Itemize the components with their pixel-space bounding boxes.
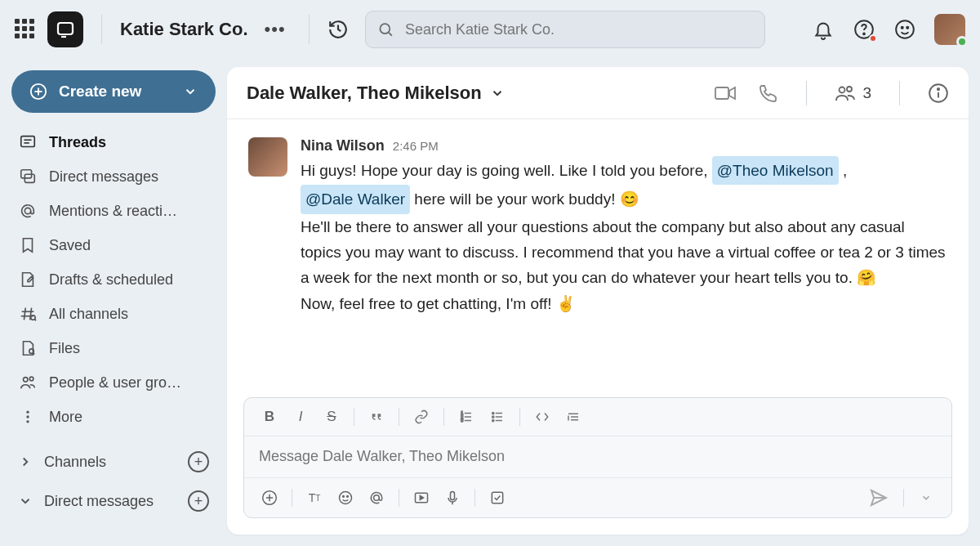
apps-grid-icon[interactable] <box>15 19 36 40</box>
svg-point-55 <box>340 492 352 504</box>
separator <box>292 489 292 507</box>
mention-button[interactable] <box>363 486 390 510</box>
code-block-button[interactable] <box>559 405 587 429</box>
italic-button[interactable]: I <box>287 405 314 429</box>
svg-point-36 <box>938 88 939 90</box>
top-left-group: Katie Stark Co. ••• <box>15 11 349 47</box>
svg-rect-11 <box>21 136 35 147</box>
send-button[interactable] <box>862 485 895 511</box>
people-icon <box>835 83 856 103</box>
chevron-down-icon <box>490 86 505 101</box>
sidebar-item-label: Threads <box>49 134 106 151</box>
sidebar-item-files[interactable]: Files <box>8 332 219 365</box>
svg-point-48 <box>492 419 494 421</box>
video-call-icon[interactable] <box>715 83 736 104</box>
sidebar-item-mentions[interactable]: Mentions & reacti… <box>8 195 219 227</box>
video-clip-button[interactable] <box>408 486 435 510</box>
svg-point-6 <box>902 27 903 29</box>
sidebar-item-all-channels[interactable]: All channels <box>8 298 219 330</box>
add-dm-button[interactable]: + <box>188 490 209 512</box>
user-avatar[interactable] <box>934 14 965 45</box>
separator <box>903 489 904 507</box>
svg-point-7 <box>906 27 908 29</box>
info-icon[interactable] <box>928 83 949 104</box>
separator <box>474 489 475 507</box>
mention-dale[interactable]: @Dale Walker <box>301 185 410 213</box>
sidebar-item-saved[interactable]: Saved <box>8 229 219 262</box>
files-icon <box>18 338 38 358</box>
message-text: Hi guys! Hope your day is going well. Li… <box>301 162 712 179</box>
notifications-icon[interactable] <box>812 18 835 41</box>
member-count[interactable]: 3 <box>835 83 871 103</box>
workspace-more-icon[interactable]: ••• <box>260 16 291 43</box>
divider <box>309 15 310 44</box>
composer-input-area[interactable] <box>244 436 951 477</box>
strikethrough-button[interactable]: S <box>318 405 345 429</box>
separator <box>443 408 444 426</box>
mention-theo[interactable]: @Theo Mikelson <box>712 156 839 185</box>
svg-point-46 <box>492 412 494 414</box>
sidebar-item-label: More <box>49 409 82 426</box>
search-input[interactable] <box>405 21 753 38</box>
sidebar-item-people[interactable]: People & user gro… <box>8 366 219 399</box>
shortcuts-button[interactable] <box>483 486 511 510</box>
app-logo[interactable] <box>47 11 83 47</box>
code-button[interactable] <box>528 405 556 429</box>
dm-icon <box>18 167 38 186</box>
bold-button[interactable]: B <box>256 405 283 429</box>
attach-button[interactable] <box>256 486 283 510</box>
message-input[interactable] <box>259 448 937 465</box>
top-bar: Katie Stark Co. ••• <box>0 0 980 59</box>
add-channel-button[interactable]: + <box>188 451 209 472</box>
chat-title[interactable]: Dale Walker, Theo Mikelson <box>247 83 505 104</box>
emoji-button[interactable] <box>332 486 359 510</box>
sidebar-item-more[interactable]: More <box>8 401 219 433</box>
svg-point-4 <box>863 34 865 35</box>
divider <box>806 81 807 105</box>
send-options-button[interactable] <box>912 486 940 510</box>
link-button[interactable] <box>408 405 435 429</box>
sidebar-section-channels[interactable]: Channels + <box>8 451 219 472</box>
sidebar-item-threads[interactable]: Threads <box>8 126 219 159</box>
svg-rect-61 <box>451 492 455 500</box>
divider <box>101 15 102 44</box>
ordered-list-button[interactable]: 123 <box>452 405 480 429</box>
presence-online-icon <box>956 36 968 47</box>
draft-icon <box>18 270 38 289</box>
quote-button[interactable] <box>363 405 390 429</box>
message-author[interactable]: Nina Wilson <box>301 137 385 154</box>
sidebar-item-drafts[interactable]: Drafts & scheduled <box>8 263 219 296</box>
chat-body: Nina Wilson 2:46 PM Hi guys! Hope your d… <box>227 119 969 387</box>
sidebar-item-label: People & user gro… <box>49 374 181 392</box>
sidebar-section-dms[interactable]: Direct messages + <box>8 490 219 512</box>
sidebar-item-direct-messages[interactable]: Direct messages <box>8 160 219 193</box>
notification-badge <box>869 34 877 43</box>
text-format-button[interactable]: TT <box>301 486 328 510</box>
chevron-right-icon <box>18 454 33 469</box>
separator <box>399 489 399 507</box>
formatting-toolbar: B I S 123 <box>244 398 951 436</box>
create-new-button[interactable]: Create new <box>11 70 216 113</box>
separator <box>354 408 354 426</box>
mention-icon <box>18 201 38 221</box>
svg-point-56 <box>343 496 345 498</box>
composer-actions: TT <box>244 477 951 517</box>
audio-clip-button[interactable] <box>439 486 466 510</box>
create-new-label: Create new <box>59 83 141 101</box>
sidebar-item-label: All channels <box>49 306 128 323</box>
svg-text:3: 3 <box>461 418 463 423</box>
workspace-name[interactable]: Katie Stark Co. <box>120 19 248 40</box>
message-text: here will be your work buddy! 😊 <box>414 190 639 208</box>
message-avatar[interactable] <box>248 137 287 177</box>
search-box[interactable] <box>365 11 765 48</box>
phone-call-icon[interactable] <box>757 83 778 104</box>
emoji-face-icon[interactable] <box>893 18 916 41</box>
separator <box>519 408 520 426</box>
svg-line-17 <box>24 308 25 320</box>
member-count-text: 3 <box>862 84 871 102</box>
bullet-list-button[interactable] <box>483 405 511 429</box>
message-body: Hi guys! Hope your day is going well. Li… <box>301 156 947 316</box>
history-icon[interactable] <box>327 19 349 40</box>
sidebar-item-label: Direct messages <box>49 168 158 186</box>
help-icon[interactable] <box>853 18 875 41</box>
